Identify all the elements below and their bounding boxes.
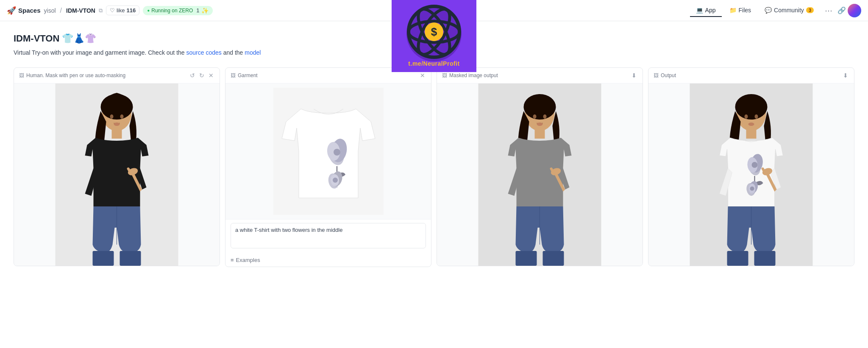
repo-name[interactable]: IDM-VTON xyxy=(66,7,95,14)
svg-point-46 xyxy=(750,187,754,191)
overlay-ad: $ t.me/NeuralProfit xyxy=(392,0,476,72)
output-panel-label: 🖼 Output xyxy=(654,72,676,78)
redo-button[interactable]: ↻ xyxy=(198,71,205,80)
running-label: Running on ZERO xyxy=(151,8,193,14)
garment-panel-actions: ✕ xyxy=(419,71,426,80)
svg-rect-50 xyxy=(727,251,748,266)
svg-text:t.me/NeuralProfit: t.me/NeuralProfit xyxy=(408,60,459,67)
tab-app[interactable]: 💻 App xyxy=(690,4,722,17)
overlay-ad-svg: $ t.me/NeuralProfit xyxy=(392,0,476,72)
svg-point-53 xyxy=(755,114,758,119)
svg-text:$: $ xyxy=(431,25,437,38)
tab-files[interactable]: 📁 Files xyxy=(723,4,757,17)
spaces-label: Spaces xyxy=(18,7,41,14)
masked-panel-label: 🖼 Masked image output xyxy=(442,72,498,78)
garment-close-button[interactable]: ✕ xyxy=(419,71,426,80)
examples-row[interactable]: ≡ Examples xyxy=(225,253,431,267)
garment-text-area: a white T-shirt with two flowers in the … xyxy=(225,219,431,253)
output-panel-header: 🖼 Output ⬇ xyxy=(648,68,854,84)
garment-panel-label: 🖼 Garment xyxy=(231,72,258,78)
svg-rect-7 xyxy=(93,251,114,266)
panels-row: 🖼 Human. Mask with pen or use auto-maski… xyxy=(14,67,854,267)
user-avatar[interactable] xyxy=(848,4,861,17)
garment-label-text: Garment xyxy=(238,72,258,78)
svg-rect-30 xyxy=(543,251,564,266)
garment-description-input[interactable]: a white T-shirt with two flowers in the … xyxy=(231,223,426,248)
human-label-text: Human. Mask with pen or use auto-masking xyxy=(26,72,125,78)
svg-rect-37 xyxy=(746,129,757,139)
human-panel: 🖼 Human. Mask with pen or use auto-maski… xyxy=(14,67,220,266)
svg-rect-51 xyxy=(754,251,776,266)
output-image-svg xyxy=(648,84,854,266)
svg-point-9 xyxy=(110,114,114,119)
human-panel-actions: ↺ ↻ ✕ xyxy=(189,71,214,80)
output-panel: 🖼 Output ⬇ xyxy=(648,67,854,266)
community-badge: 3 xyxy=(806,7,814,13)
svg-point-16 xyxy=(334,149,340,156)
external-link-icon[interactable]: 🔗 xyxy=(837,6,846,14)
svg-point-36 xyxy=(735,94,768,120)
files-icon: 📁 xyxy=(729,7,737,14)
running-badge: ● Running on ZERO 1 ✨ xyxy=(143,6,212,15)
svg-point-24 xyxy=(524,94,556,120)
files-label: Files xyxy=(739,7,751,14)
running-dot-icon: ● xyxy=(147,8,150,13)
masked-panel: 🖼 Masked image output ⬇ xyxy=(437,67,643,266)
overlay-ad-image: $ t.me/NeuralProfit xyxy=(392,0,476,72)
garment-panel-icon: 🖼 xyxy=(231,72,236,78)
svg-point-54 xyxy=(748,122,754,126)
svg-rect-8 xyxy=(120,251,141,266)
human-panel-image[interactable] xyxy=(14,84,220,266)
examples-label: Examples xyxy=(236,257,260,263)
garment-panel: 🖼 Garment ✕ xyxy=(225,67,431,267)
svg-point-41 xyxy=(752,162,758,168)
human-image-svg xyxy=(14,84,220,266)
heart-icon: ♡ xyxy=(110,7,115,14)
header-right: 💻 App 📁 Files 💬 Community 3 ⋯ 🔗 xyxy=(690,4,861,17)
model-link[interactable]: model xyxy=(245,49,261,56)
human-panel-label: 🖼 Human. Mask with pen or use auto-maski… xyxy=(19,72,125,78)
separator: / xyxy=(60,7,62,14)
close-button[interactable]: ✕ xyxy=(208,71,214,80)
svg-point-32 xyxy=(543,114,547,119)
masked-panel-image xyxy=(437,84,643,266)
copy-icon[interactable]: ⧉ xyxy=(99,7,103,14)
desc-prefix: Virtual Try-on with your image and garme… xyxy=(14,49,186,56)
like-button[interactable]: ♡ like 116 xyxy=(106,6,139,15)
svg-rect-25 xyxy=(535,129,545,139)
svg-point-31 xyxy=(533,114,537,119)
output-download-button[interactable]: ⬇ xyxy=(842,71,849,80)
output-label-text: Output xyxy=(661,72,676,78)
svg-point-21 xyxy=(333,178,338,183)
undo-button[interactable]: ↺ xyxy=(189,71,196,80)
masked-label-text: Masked image output xyxy=(449,72,498,78)
tab-community[interactable]: 💬 Community 3 xyxy=(759,4,820,17)
masked-image-svg xyxy=(437,84,643,266)
svg-point-52 xyxy=(745,114,748,119)
human-panel-header: 🖼 Human. Mask with pen or use auto-maski… xyxy=(14,68,220,84)
masked-download-button[interactable]: ⬇ xyxy=(631,71,637,80)
svg-point-33 xyxy=(537,122,543,126)
svg-rect-3 xyxy=(112,129,122,139)
svg-point-10 xyxy=(120,114,124,119)
community-icon: 💬 xyxy=(765,7,772,14)
masked-panel-icon: 🖼 xyxy=(442,72,447,78)
source-codes-link[interactable]: source codes xyxy=(186,49,222,56)
app-icon: 💻 xyxy=(696,7,703,14)
human-panel-icon: 🖼 xyxy=(19,72,24,78)
garment-image-container[interactable] xyxy=(225,84,431,219)
user-link[interactable]: yisol xyxy=(44,7,56,14)
like-count: 116 xyxy=(127,7,136,14)
output-panel-image xyxy=(648,84,854,266)
app-label: App xyxy=(705,7,716,14)
svg-point-11 xyxy=(114,122,120,126)
spaces-emoji: 🚀 xyxy=(7,6,16,15)
masked-panel-actions: ⬇ xyxy=(631,71,637,80)
output-panel-actions: ⬇ xyxy=(842,71,849,80)
more-button[interactable]: ⋯ xyxy=(821,4,836,17)
desc-mid: and the xyxy=(222,49,245,56)
spaces-logo[interactable]: 🚀 Spaces xyxy=(7,6,41,15)
examples-icon: ≡ xyxy=(231,257,234,263)
svg-rect-29 xyxy=(516,251,537,266)
output-panel-icon: 🖼 xyxy=(654,72,659,78)
